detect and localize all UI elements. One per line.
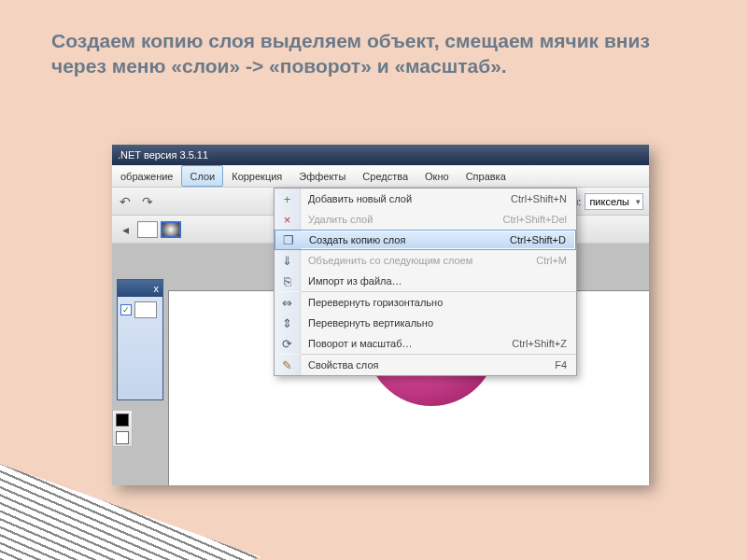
menu-item-import[interactable]: ⎘Импорт из файла… [275,271,576,291]
menu-item-label: Перевернуть вертикально [301,317,567,329]
menu-item-shortcut: Ctrl+Shift+N [511,193,576,204]
menu-item-layer-props[interactable]: ✎Свойства слояF4 [275,355,576,375]
titlebar: .NET версия 3.5.11 [112,145,649,165]
layers-panel-body: ✓ [118,297,162,399]
layer-props-icon: ✎ [280,357,295,372]
menu-item-shortcut: F4 [555,359,576,371]
menu-item-label: Импорт из файла… [301,275,567,287]
thumbnail-1[interactable] [137,221,158,238]
menu-item-shortcut: Ctrl+M [536,255,576,266]
menu-item-label: Добавить новый слой [301,193,511,204]
rotate-zoom-icon: ⟳ [280,336,295,351]
units-select[interactable]: пикселы [585,193,643,210]
menu-item-label: Свойства слоя [301,359,555,371]
menu-image[interactable]: ображение [112,165,181,187]
flip-horizontal-icon: ⇔ [280,295,295,310]
prev-icon[interactable]: ◂ [116,220,134,239]
flip-vertical-icon: ⇕ [280,315,295,330]
side-toolbar [112,410,133,447]
merge-down-icon: ⇓ [280,253,295,268]
menu-layers[interactable]: Слои [181,165,223,187]
menu-item-add-layer[interactable]: +Добавить новый слойCtrl+Shift+N [275,189,576,209]
menu-item-label: Создать копию слоя [302,234,510,245]
thumbnail-2[interactable] [161,221,181,238]
menubar: ображение Слои Коррекция Эффекты Средств… [112,165,649,188]
menu-item-label: Перевернуть горизонтально [301,297,567,308]
redo-icon[interactable]: ↷ [138,192,157,211]
layer-row[interactable]: ✓ [120,301,160,318]
menu-item-flip-vertical[interactable]: ⇕Перевернуть вертикально [275,313,576,333]
menu-item-rotate-zoom[interactable]: ⟳Поворот и масштаб…Ctrl+Shift+Z [275,333,576,354]
app-window: .NET версия 3.5.11 ображение Слои Коррек… [112,145,649,485]
menu-item-label: Удалить слой [301,214,503,225]
menu-item-merge-down: ⇓Объединить со следующим слоемCtrl+M [275,250,576,271]
menu-item-flip-horizontal[interactable]: ⇔Перевернуть горизонтально [275,292,576,313]
menu-item-delete-layer: ×Удалить слойCtrl+Shift+Del [275,209,576,230]
layer-thumbnail[interactable] [134,301,157,318]
layer-visible-checkbox[interactable]: ✓ [120,304,132,315]
undo-icon[interactable]: ↶ [116,192,134,211]
menu-item-shortcut: Ctrl+Shift+D [510,234,575,245]
menu-item-label: Поворот и масштаб… [301,338,512,349]
menu-effects[interactable]: Эффекты [290,165,354,187]
delete-layer-icon: × [280,212,295,227]
layers-panel-header[interactable]: x [118,280,162,297]
color-secondary[interactable] [116,431,129,444]
menu-item-label: Объединить со следующим слоем [301,255,536,266]
import-icon: ⎘ [280,273,295,288]
menu-window[interactable]: Окно [416,165,458,187]
slide-title: Создаем копию слоя выделяем объект, смещ… [51,28,696,79]
titlebar-text: .NET версия 3.5.11 [118,149,208,161]
menu-correction[interactable]: Коррекция [223,165,290,187]
close-icon[interactable]: x [154,283,160,294]
copy-layer-icon: ❐ [281,232,296,247]
layers-dropdown: +Добавить новый слойCtrl+Shift+N×Удалить… [274,188,577,376]
layers-panel: x ✓ [117,279,163,400]
menu-item-copy-layer[interactable]: ❐Создать копию слояCtrl+Shift+D [275,230,576,250]
menu-tools[interactable]: Средства [354,165,416,187]
add-layer-icon: + [280,191,295,206]
menu-item-shortcut: Ctrl+Shift+Del [503,214,576,225]
menu-item-shortcut: Ctrl+Shift+Z [512,338,576,349]
color-primary[interactable] [116,413,129,427]
menu-help[interactable]: Справка [458,165,514,187]
